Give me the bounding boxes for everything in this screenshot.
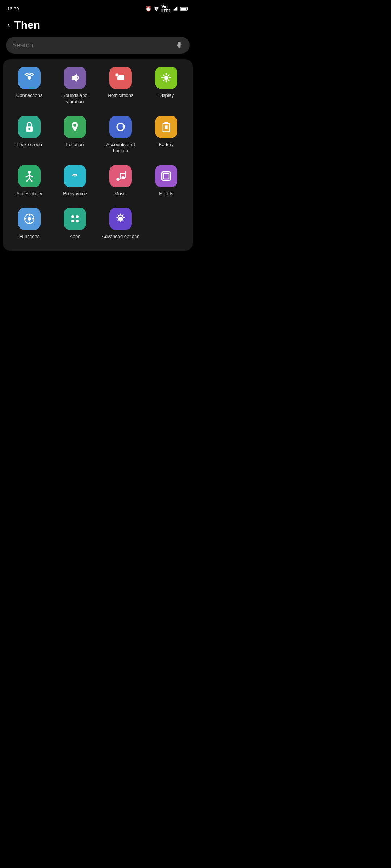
sounds-label: Sounds and vibration xyxy=(55,93,95,105)
music-label: Music xyxy=(114,191,127,197)
svg-point-46 xyxy=(28,217,31,221)
search-input[interactable] xyxy=(12,42,172,49)
grid-item-accessibility[interactable]: Accessibility xyxy=(9,165,49,197)
svg-line-21 xyxy=(163,80,164,81)
svg-line-19 xyxy=(168,80,169,81)
grid-row-4: Functions Apps Advanced options xyxy=(7,208,189,240)
svg-point-39 xyxy=(121,176,125,179)
notifications-label: Notifications xyxy=(108,93,134,99)
display-label: Display xyxy=(159,93,174,99)
grid-item-notifications[interactable]: Notifications xyxy=(101,67,140,105)
wifi-icon xyxy=(153,6,160,11)
sounds-icon xyxy=(64,67,86,89)
svg-point-53 xyxy=(71,220,74,222)
lock-screen-label: Lock screen xyxy=(17,142,42,148)
location-icon xyxy=(64,116,86,138)
accessibility-icon xyxy=(18,165,41,187)
svg-rect-41 xyxy=(125,171,126,178)
svg-line-34 xyxy=(29,178,32,181)
grid-item-advanced[interactable]: Advanced options xyxy=(101,208,140,240)
alarm-icon: ⏰ xyxy=(145,6,151,12)
grid-item-connections[interactable]: Connections xyxy=(9,67,49,105)
svg-point-23 xyxy=(28,128,30,130)
page-title: Then xyxy=(14,19,40,31)
svg-rect-0 xyxy=(173,9,173,10)
svg-point-24 xyxy=(73,124,76,127)
svg-rect-6 xyxy=(188,8,188,9)
settings-grid: Connections Sounds and vibration Notific… xyxy=(3,59,193,251)
location-label: Location xyxy=(66,142,84,148)
grid-item-battery[interactable]: Battery xyxy=(146,116,186,154)
accounts-icon xyxy=(109,116,132,138)
grid-item-apps[interactable]: Apps xyxy=(55,208,95,240)
advanced-icon xyxy=(109,208,132,230)
svg-line-20 xyxy=(168,75,169,76)
svg-line-18 xyxy=(163,75,164,76)
grid-item-lock-screen[interactable]: Lock screen xyxy=(9,116,49,154)
back-button[interactable]: ‹ xyxy=(7,20,10,30)
svg-point-37 xyxy=(74,175,76,177)
status-bar: 16:39 ⏰ Vo)LTE1 xyxy=(0,0,196,15)
functions-label: Functions xyxy=(19,234,39,240)
svg-rect-3 xyxy=(176,7,177,10)
page-header: ‹ Then xyxy=(0,15,196,37)
lock-screen-icon xyxy=(18,116,41,138)
svg-rect-42 xyxy=(120,173,126,174)
svg-point-13 xyxy=(164,76,168,80)
grid-row-3: Accessibility Bixby voice xyxy=(7,165,189,197)
grid-empty-cell xyxy=(146,208,186,240)
grid-item-display[interactable]: Display xyxy=(146,67,186,105)
connections-label: Connections xyxy=(16,93,42,99)
functions-icon xyxy=(18,208,41,230)
status-icons: ⏰ Vo)LTE1 xyxy=(145,4,188,13)
svg-rect-7 xyxy=(181,8,186,10)
lte-icon: Vo)LTE1 xyxy=(161,4,171,13)
svg-line-33 xyxy=(27,178,29,181)
svg-point-52 xyxy=(76,215,79,218)
grid-item-music[interactable]: Music xyxy=(101,165,140,197)
svg-marker-9 xyxy=(72,74,77,82)
apps-label: Apps xyxy=(70,234,80,240)
svg-rect-28 xyxy=(165,125,168,129)
svg-point-55 xyxy=(119,217,123,221)
music-icon xyxy=(109,165,132,187)
svg-rect-26 xyxy=(164,122,168,124)
accounts-label: Accounts and backup xyxy=(101,142,140,154)
grid-item-sounds[interactable]: Sounds and vibration xyxy=(55,67,95,105)
advanced-label: Advanced options xyxy=(102,234,139,240)
display-icon xyxy=(155,67,177,89)
mic-icon[interactable] xyxy=(175,41,183,49)
signal-icon xyxy=(173,6,178,11)
battery-label: Battery xyxy=(159,142,173,148)
grid-item-bixby[interactable]: Bixby voice xyxy=(55,165,95,197)
svg-rect-44 xyxy=(163,173,169,179)
time-display: 16:39 xyxy=(7,6,19,12)
svg-rect-2 xyxy=(175,8,176,11)
bixby-icon xyxy=(64,165,86,187)
svg-point-12 xyxy=(116,74,118,76)
grid-item-effects[interactable]: Effects xyxy=(146,165,186,197)
battery-icon-item xyxy=(155,116,177,138)
search-bar[interactable] xyxy=(6,37,190,54)
effects-icon xyxy=(155,165,177,187)
svg-rect-40 xyxy=(120,173,121,179)
svg-rect-4 xyxy=(177,7,178,10)
grid-row-2: Lock screen Location Accounts and ba xyxy=(7,116,189,154)
grid-item-functions[interactable]: Functions xyxy=(9,208,49,240)
accessibility-label: Accessibility xyxy=(17,191,42,197)
apps-icon xyxy=(64,208,86,230)
bixby-label: Bixby voice xyxy=(63,191,87,197)
connections-icon xyxy=(18,67,41,89)
battery-icon xyxy=(180,7,188,11)
grid-item-accounts[interactable]: Accounts and backup xyxy=(101,116,140,154)
svg-point-54 xyxy=(76,220,79,222)
notifications-icon xyxy=(109,67,132,89)
effects-label: Effects xyxy=(159,191,173,197)
grid-item-location[interactable]: Location xyxy=(55,116,95,154)
svg-point-38 xyxy=(116,178,120,181)
grid-row-1: Connections Sounds and vibration Notific… xyxy=(7,67,189,105)
svg-point-51 xyxy=(71,215,74,218)
svg-rect-1 xyxy=(174,9,175,11)
